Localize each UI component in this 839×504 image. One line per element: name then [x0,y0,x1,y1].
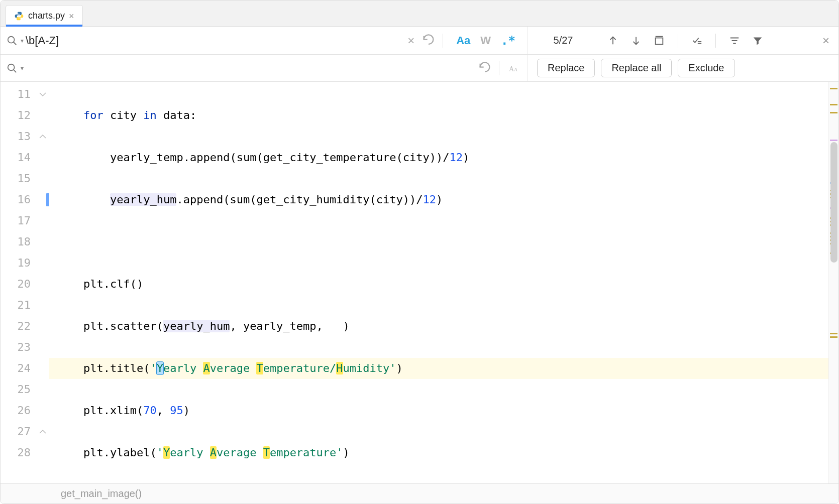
svg-text:A: A [514,67,518,72]
new-selection-icon[interactable] [689,33,704,48]
replace-all-button[interactable]: Replace all [601,59,672,77]
regex-toggle[interactable]: .* [501,34,515,48]
select-all-occurrences-icon[interactable] [652,33,667,48]
prev-match-icon[interactable] [605,33,620,48]
find-toolbar: ▾ × Aa W .* 5/27 × [1,27,838,55]
replace-icon[interactable] [7,63,19,74]
search-icon[interactable] [7,35,19,46]
fold-end-icon[interactable] [39,133,47,141]
svg-line-1 [14,42,17,45]
svg-point-11 [8,64,15,70]
match-count: 5/27 [528,27,598,54]
clear-search-icon[interactable]: × [402,34,419,48]
tab-charts-py[interactable]: charts.py × [6,5,83,26]
preserve-case-icon[interactable]: AA [506,61,521,76]
svg-rect-4 [656,38,663,44]
close-find-panel-icon[interactable]: × [813,27,838,54]
filter-icon[interactable] [750,33,765,48]
line-number-gutter: 11 12 13 14 15 16 17 18 19 20 21 22 23 2… [1,82,49,483]
replace-button[interactable]: Replace [537,59,595,77]
replace-undo-icon[interactable] [478,61,492,75]
code-content[interactable]: for city in data: yearly_temp.append(sum… [49,82,838,483]
replace-input[interactable] [26,62,476,75]
breadcrumb-item[interactable]: get_main_image() [61,488,142,499]
show-filter-icon[interactable] [727,33,742,48]
replace-history-dropdown[interactable]: ▾ [21,65,24,72]
fold-icon[interactable] [39,90,47,98]
match-case-toggle[interactable]: Aa [456,34,470,47]
svg-point-0 [8,36,15,43]
tab-bar: charts.py × [1,1,838,27]
python-file-icon [14,11,24,21]
scrollbar-thumb[interactable] [830,142,837,263]
search-input[interactable] [26,34,400,47]
code-editor[interactable]: 11 12 13 14 15 16 17 18 19 20 21 22 23 2… [1,82,838,483]
svg-line-12 [14,69,17,72]
search-history-dropdown[interactable]: ▾ [21,37,24,44]
marker-bar[interactable] [828,82,838,483]
exclude-button[interactable]: Exclude [678,59,735,77]
fold-end-icon[interactable] [39,428,47,436]
breadcrumb-bar[interactable]: get_main_image() [1,483,838,503]
whole-word-toggle[interactable]: W [480,34,491,47]
next-match-icon[interactable] [628,33,644,48]
tab-label: charts.py [28,11,65,21]
search-undo-icon[interactable] [422,34,436,48]
replace-toolbar: ▾ AA Replace Replace all Exclude [1,55,838,82]
close-tab-icon[interactable]: × [69,12,74,21]
